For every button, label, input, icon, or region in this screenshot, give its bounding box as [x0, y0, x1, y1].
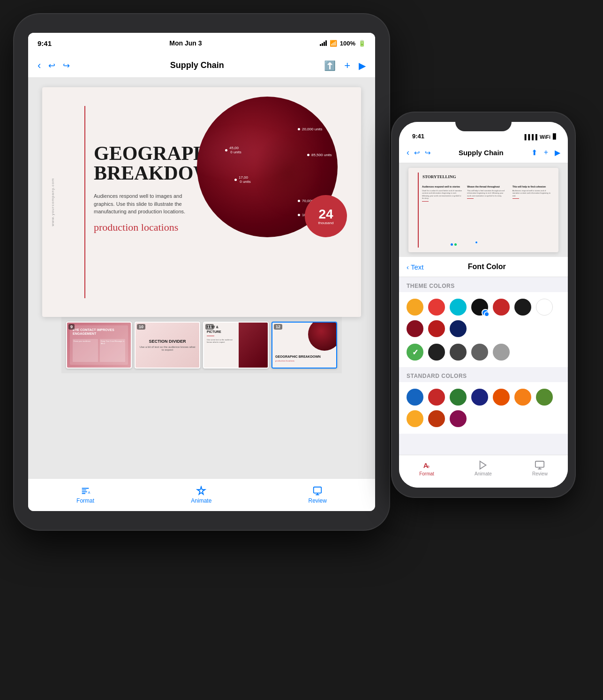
tablet-status-right: 📶 100% 🔋 [320, 40, 366, 47]
back-button[interactable]: ‹ [38, 60, 41, 72]
play-button[interactable]: ▶ [359, 60, 366, 71]
thumbnail-11[interactable]: TEXT & PICTURE Use some text so the audi… [203, 322, 269, 369]
phone-undo-button[interactable]: ↩ [414, 149, 420, 157]
thumb-11-number: 11 [205, 324, 214, 330]
share-button[interactable]: ⬆️ [324, 60, 336, 71]
phone-add-button[interactable]: + [544, 148, 548, 157]
panel-back-button[interactable]: ‹ Text [407, 263, 424, 271]
tablet-date: Mon Jun 3 [169, 39, 202, 47]
thumb-12-number: 12 [274, 324, 282, 330]
tablet-status-bar: 9:41 Mon Jun 3 📶 100% 🔋 [28, 33, 375, 53]
standard-colors-grid [399, 382, 568, 434]
svg-rect-4 [535, 461, 544, 467]
phone-time: 9:41 [412, 133, 424, 140]
slide-thumbnails: EYE CONTACT IMPROVES ENGAGEMENT Know you… [61, 317, 342, 373]
tablet-time: 9:41 [38, 39, 52, 47]
phone-format-button[interactable]: A e Format [419, 460, 434, 476]
color-swatch-dark-gray[interactable] [450, 344, 467, 361]
phone-slide-title: STORYTELLING [422, 174, 456, 179]
phone-toolbar: ‹ ↩ ↪ Supply Chain ⬆ + ▶ [399, 143, 568, 163]
add-button[interactable]: + [344, 60, 350, 72]
phone-col3-heading: This will help to find cohesion [513, 185, 552, 188]
color-swatch-yellow[interactable] [407, 410, 423, 427]
panel-header: ‹ Text Font Color [399, 257, 568, 277]
data-point-4: 17,00 0 units [234, 175, 251, 184]
color-swatch-deep-orange[interactable] [428, 410, 445, 427]
thumb-12-title: GEOGRAPHIC BREAKDOWN [275, 355, 321, 359]
color-swatch-dark-red[interactable] [493, 299, 510, 316]
signal-bars [320, 40, 327, 46]
phone-col2-heading: Weave the thread throughout [467, 185, 507, 188]
thumbnail-12[interactable]: GEOGRAPHIC BREAKDOWN production location… [271, 322, 337, 369]
color-swatch-light-gray[interactable] [493, 344, 510, 361]
animate-button[interactable]: Animate [191, 486, 211, 504]
theme-colors-label: THEME COLORS [399, 277, 568, 292]
data-point-3: 45,00 0 units [225, 146, 241, 154]
color-swatch-red[interactable] [428, 299, 445, 316]
toolbar-left: ‹ ↩ ↪ [38, 60, 70, 72]
color-swatch-light-green[interactable] [536, 389, 553, 406]
color-swatch-green-selected[interactable]: ✓ [407, 344, 423, 361]
selection-dot-1 [451, 243, 453, 246]
data-point-1: 20,000 units [298, 127, 323, 131]
color-swatch-orange[interactable] [407, 299, 423, 316]
color-swatch-std-red[interactable] [428, 389, 445, 406]
color-swatch-near-black[interactable] [514, 299, 531, 316]
phone-slide-mini: STORYTELLING Audiences respond well to s… [408, 168, 558, 252]
font-color-panel: ‹ Text Font Color THEME COLORS [399, 257, 568, 455]
phone-animate-button[interactable]: Animate [475, 460, 492, 476]
thumb-9-title: EYE CONTACT IMPROVES ENGAGEMENT [73, 328, 125, 336]
color-swatch-cyan[interactable] [450, 299, 467, 316]
phone-format-label: Format [419, 471, 434, 476]
phone-review-label: Review [532, 471, 548, 476]
color-swatch-crimson[interactable] [407, 320, 423, 337]
svg-rect-1 [314, 487, 322, 493]
phone-bottom-toolbar: A e Format Animate Review [399, 455, 568, 488]
svg-text:e: e [427, 464, 430, 469]
phone-doc-title: Supply Chain [459, 149, 504, 157]
redo-button[interactable]: ↪ [63, 60, 70, 71]
color-swatch-navy[interactable] [450, 320, 467, 337]
color-swatch-blue[interactable] [407, 389, 423, 406]
format-button[interactable]: A Format [76, 486, 94, 504]
color-swatch-indigo[interactable] [471, 389, 488, 406]
phone-slide-preview: STORYTELLING Audiences respond well to s… [399, 163, 568, 257]
phone-play-button[interactable]: ▶ [555, 148, 560, 157]
phone-notch [455, 117, 512, 131]
color-swatch-black-dot[interactable] [471, 299, 488, 316]
animate-label: Animate [191, 497, 211, 504]
tablet-main-slide: www.yourcompany.com GEOGRAPHIC BREAKDOWN… [42, 87, 361, 317]
slide-description: Audiences respond well to images and gra… [94, 192, 202, 216]
data-point-2: 85,500 units [307, 153, 332, 157]
phone-review-button[interactable]: Review [532, 460, 548, 476]
phone-signal-icon: ▐▐▐▐ [523, 134, 537, 140]
color-swatch-orange-std[interactable] [493, 389, 510, 406]
phone-col2-text: This will help to feel narrative through… [467, 189, 507, 197]
phone-share-button[interactable]: ⬆ [531, 148, 537, 157]
slide-vertical-line [84, 106, 85, 298]
thumbnail-10[interactable]: SECTION DIVIDER Use a bit of text so the… [135, 322, 200, 369]
color-swatch-dark-crimson[interactable] [428, 320, 445, 337]
phone-back-button[interactable]: ‹ [407, 148, 409, 158]
badge-text: thousand [318, 221, 334, 225]
review-button[interactable]: Review [309, 486, 327, 504]
color-swatch-white[interactable] [536, 299, 553, 316]
globe-container: 20,000 units 85,500 units 45,00 0 units [197, 97, 347, 247]
standard-colors-label: STANDARD COLORS [399, 367, 568, 382]
thumbnail-9[interactable]: EYE CONTACT IMPROVES ENGAGEMENT Know you… [66, 322, 132, 369]
color-swatch-pink[interactable] [450, 410, 467, 427]
phone-format-icon: A e [422, 460, 432, 470]
color-swatch-very-dark[interactable] [428, 344, 445, 361]
thumb-10-sub: Use a bit of text so the audience knows … [139, 346, 196, 351]
tablet: 9:41 Mon Jun 3 📶 100% 🔋 ‹ ↩ ↪ Su [14, 14, 389, 530]
color-swatch-amber[interactable] [514, 389, 531, 406]
phone-redo-button[interactable]: ↪ [425, 149, 431, 157]
undo-button[interactable]: ↩ [48, 60, 55, 71]
format-label: Format [76, 497, 94, 504]
color-swatch-std-green[interactable] [450, 389, 467, 406]
review-label: Review [309, 497, 327, 504]
phone-animate-icon [478, 460, 488, 470]
badge-number: 24 [318, 208, 333, 221]
phone-animate-label: Animate [475, 471, 492, 476]
color-swatch-medium-gray[interactable] [471, 344, 488, 361]
